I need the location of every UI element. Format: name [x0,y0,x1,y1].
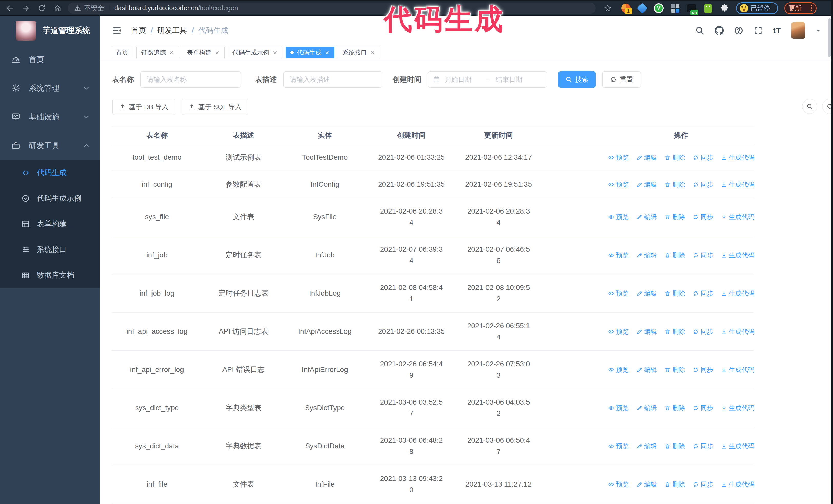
update-button[interactable]: 更新 [784,2,816,14]
sidebar-item-system[interactable]: 系统管理 [0,74,100,102]
tab-home[interactable]: 首页 [111,47,133,58]
tab-system-api[interactable]: 系统接口 [337,47,380,58]
browser-forward-button[interactable] [20,2,32,14]
github-icon[interactable] [715,26,724,35]
delete-link[interactable]: 删除 [665,288,685,299]
edit-link[interactable]: 编辑 [636,249,657,261]
tab-form-builder[interactable]: 表单构建 [182,47,224,58]
edit-link[interactable]: 编辑 [636,402,657,413]
address-bar[interactable]: 不安全 dashboard.yudao.iocoder.cn/tool/code… [68,3,596,14]
preview-link[interactable]: 预览 [608,479,629,490]
sidebar-item-codegen[interactable]: 代码生成 [0,160,100,186]
extension-icon-green-check[interactable]: V [653,3,664,13]
edit-link[interactable]: 编辑 [636,179,657,190]
avatar[interactable] [791,22,805,39]
generate-code-link[interactable]: 生成代码 [721,211,754,222]
sidebar-item-devtools[interactable]: 研发工具 [0,131,100,160]
sidebar-item-home[interactable]: 首页 [0,45,100,74]
delete-link[interactable]: 删除 [665,152,685,163]
preview-link[interactable]: 预览 [608,440,629,452]
preview-link[interactable]: 预览 [608,326,629,337]
browser-back-button[interactable] [4,2,16,14]
tab-codegen-example[interactable]: 代码生成示例 [228,47,282,58]
generate-code-link[interactable]: 生成代码 [721,479,754,490]
delete-link[interactable]: 删除 [665,326,685,337]
paused-badge[interactable]: 已暂停 [736,2,778,14]
edit-link[interactable]: 编辑 [636,479,657,490]
preview-link[interactable]: 预览 [608,288,629,299]
delete-link[interactable]: 删除 [665,440,685,452]
app-logo[interactable]: 芋道管理系统 [0,16,100,45]
import-sql-button[interactable]: 基于 SQL 导入 [182,99,248,115]
preview-link[interactable]: 预览 [608,402,629,413]
search-icon[interactable] [695,26,704,35]
preview-link[interactable]: 预览 [608,152,629,163]
breadcrumb-devtools[interactable]: 研发工具 [158,25,187,35]
reset-button[interactable]: 重置 [602,71,641,88]
extension-icon-dark-on[interactable]: on [686,3,697,13]
sidebar-item-system-api[interactable]: 系统接口 [0,237,100,263]
generate-code-link[interactable]: 生成代码 [721,440,754,452]
delete-link[interactable]: 删除 [665,479,685,490]
close-icon[interactable] [215,50,220,55]
date-range-picker[interactable]: - [428,71,547,88]
close-icon[interactable] [325,50,330,55]
edit-link[interactable]: 编辑 [636,288,657,299]
edit-link[interactable]: 编辑 [636,326,657,337]
font-size-icon[interactable]: tT [773,26,781,35]
sync-link[interactable]: 同步 [693,402,713,413]
sync-link[interactable]: 同步 [693,440,713,452]
sync-link[interactable]: 同步 [693,211,713,222]
tab-trace[interactable]: 链路追踪 [136,47,179,58]
preview-link[interactable]: 预览 [608,211,629,222]
sync-link[interactable]: 同步 [693,152,713,163]
delete-link[interactable]: 删除 [665,211,685,222]
sync-link[interactable]: 同步 [693,364,713,375]
extensions-puzzle-icon[interactable] [719,3,730,13]
extension-icon-grid[interactable] [670,3,680,13]
browser-menu-icon[interactable] [811,5,812,11]
browser-reload-button[interactable] [36,2,48,14]
delete-link[interactable]: 删除 [665,249,685,261]
edit-link[interactable]: 编辑 [636,440,657,452]
generate-code-link[interactable]: 生成代码 [721,364,754,375]
search-button[interactable]: 搜索 [558,71,596,88]
sidebar-toggle-icon[interactable] [112,25,122,35]
sync-link[interactable]: 同步 [693,479,713,490]
extension-icon-robot[interactable] [703,3,713,13]
table-name-input[interactable] [140,71,241,88]
import-db-button[interactable]: 基于 DB 导入 [112,99,175,115]
edit-link[interactable]: 编辑 [636,152,657,163]
tab-codegen[interactable]: 代码生成 [286,47,334,58]
generate-code-link[interactable]: 生成代码 [721,249,754,261]
generate-code-link[interactable]: 生成代码 [721,288,754,299]
start-date-input[interactable] [444,75,484,84]
edit-link[interactable]: 编辑 [636,364,657,375]
preview-link[interactable]: 预览 [608,179,629,190]
sidebar-item-codegen-example[interactable]: 代码生成示例 [0,186,100,211]
table-desc-input[interactable] [284,71,382,88]
generate-code-link[interactable]: 生成代码 [721,402,754,413]
edit-link[interactable]: 编辑 [636,211,657,222]
help-icon[interactable] [734,26,743,35]
preview-link[interactable]: 预览 [608,364,629,375]
delete-link[interactable]: 删除 [665,402,685,413]
generate-code-link[interactable]: 生成代码 [721,152,754,163]
sidebar-item-db-doc[interactable]: 数据库文档 [0,263,100,288]
scrollbar-thumb[interactable] [828,19,831,57]
close-icon[interactable] [272,50,278,55]
caret-down-icon[interactable] [815,27,822,34]
generate-code-link[interactable]: 生成代码 [721,326,754,337]
close-icon[interactable] [169,50,174,55]
delete-link[interactable]: 删除 [665,179,685,190]
sync-link[interactable]: 同步 [693,326,713,337]
sync-link[interactable]: 同步 [693,288,713,299]
browser-home-button[interactable] [52,2,64,14]
generate-code-link[interactable]: 生成代码 [721,179,754,190]
end-date-input[interactable] [495,75,535,84]
sync-link[interactable]: 同步 [693,179,713,190]
sync-link[interactable]: 同步 [693,249,713,261]
fullscreen-icon[interactable] [754,26,763,35]
sidebar-item-infra[interactable]: 基础设施 [0,102,100,131]
bookmark-star-button[interactable] [602,2,614,14]
